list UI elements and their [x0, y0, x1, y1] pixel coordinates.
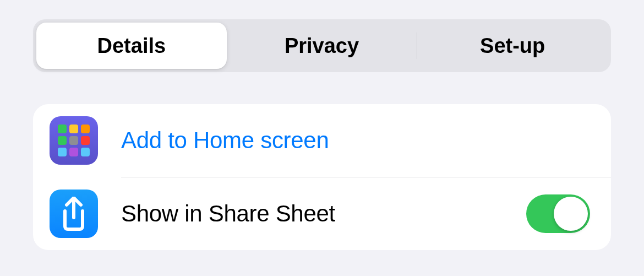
- tab-setup[interactable]: Set-up: [417, 23, 608, 69]
- tab-privacy-label: Privacy: [285, 34, 359, 58]
- tab-setup-label: Set-up: [480, 34, 545, 58]
- tab-details[interactable]: Details: [36, 23, 227, 69]
- settings-list: Add to Home screen Show in Share Sheet: [33, 104, 611, 250]
- add-home-label: Add to Home screen: [121, 127, 594, 154]
- toggle-knob: [554, 197, 588, 231]
- add-to-home-screen-row[interactable]: Add to Home screen: [33, 104, 611, 177]
- share-icon: [50, 190, 98, 238]
- app-grid-icon: [58, 125, 90, 156]
- segmented-control: Details Privacy Set-up: [33, 19, 611, 72]
- tab-details-label: Details: [97, 34, 166, 58]
- share-sheet-label: Show in Share Sheet: [121, 201, 526, 227]
- home-screen-icon: [50, 116, 98, 165]
- share-arrow-icon: [59, 197, 88, 231]
- share-sheet-toggle[interactable]: [526, 194, 590, 233]
- tab-privacy[interactable]: Privacy: [227, 23, 417, 69]
- show-share-sheet-row: Show in Share Sheet: [33, 177, 611, 250]
